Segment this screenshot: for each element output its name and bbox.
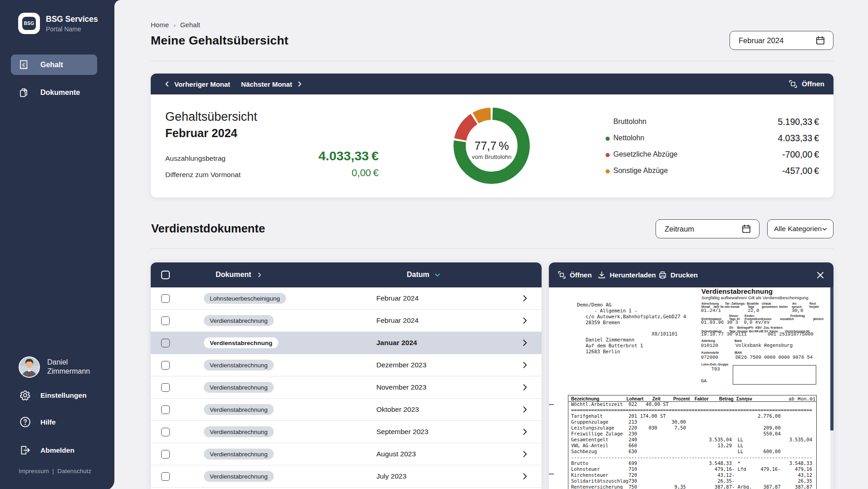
svg-text:€: € [22,62,25,67]
